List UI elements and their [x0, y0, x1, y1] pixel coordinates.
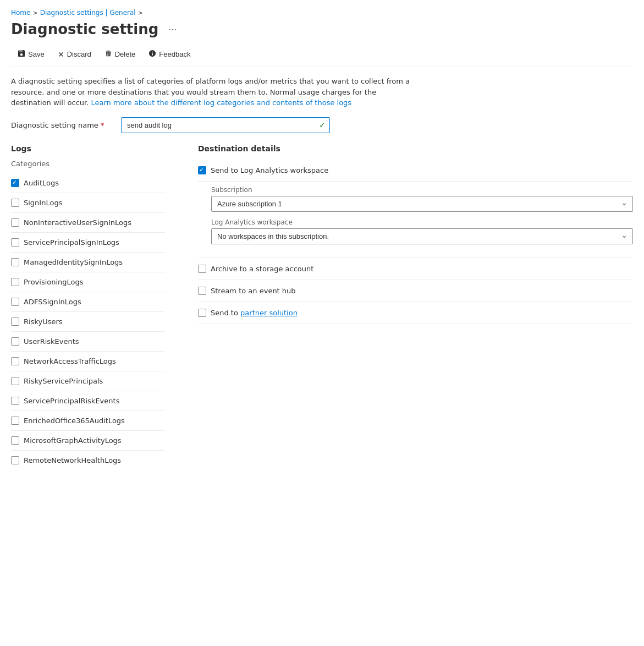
log-analytics-label[interactable]: Send to Log Analytics workspace [211, 166, 328, 174]
log-category-checkbox-remoteNetworkHealthLogs[interactable] [11, 456, 19, 464]
destination-heading: Destination details [198, 144, 633, 153]
destination-section: Destination details Send to Log Analytic… [198, 144, 633, 470]
log-category-label-auditLogs[interactable]: AuditLogs [24, 179, 59, 187]
log-analytics-fields: Subscription Azure subscription 1 Log An… [198, 182, 633, 258]
log-category-checkbox-networkAccessTrafficLogs[interactable] [11, 357, 19, 365]
categories-label: Categories [11, 160, 165, 168]
input-valid-icon: ✓ [319, 121, 326, 129]
event-hub-label[interactable]: Stream to an event hub [211, 287, 296, 295]
setting-name-row: Diagnostic setting name * ✓ [11, 117, 633, 133]
main-content: Logs Categories AuditLogsSignInLogsNonIn… [11, 144, 633, 470]
log-category-label-signInLogs[interactable]: SignInLogs [24, 199, 62, 207]
log-category-checkbox-riskyServicePrincipals[interactable] [11, 377, 19, 385]
save-icon [18, 50, 25, 59]
log-category-checkbox-auditLogs[interactable] [11, 179, 19, 187]
log-category-label-remoteNetworkHealthLogs[interactable]: RemoteNetworkHealthLogs [24, 456, 121, 464]
partner-solution-row: Send to partner solution [198, 302, 633, 324]
log-category-label-provisioningLogs[interactable]: ProvisioningLogs [24, 278, 84, 286]
discard-button[interactable]: ✕ Discard [51, 47, 98, 62]
more-options-button[interactable]: ··· [165, 23, 180, 36]
log-category-label-nonInteractiveUserSignInLogs[interactable]: NonInteractiveUserSignInLogs [24, 218, 131, 227]
log-category-label-riskyServicePrincipals[interactable]: RiskyServicePrincipals [24, 377, 103, 385]
log-category-checkbox-provisioningLogs[interactable] [11, 278, 19, 286]
log-category-checkbox-enrichedOffice365AuditLogs[interactable] [11, 417, 19, 425]
feedback-label: Feedback [159, 50, 190, 58]
setting-name-label: Diagnostic setting name * [11, 121, 110, 129]
partner-solution-label[interactable]: Send to partner solution [211, 309, 298, 317]
log-analytics-row: Send to Log Analytics workspace [198, 160, 633, 182]
event-hub-checkbox[interactable] [198, 287, 206, 295]
log-category-checkbox-userRiskEvents[interactable] [11, 337, 19, 346]
log-analytics-checkbox[interactable] [198, 166, 206, 174]
log-category-label-userRiskEvents[interactable]: UserRiskEvents [24, 337, 79, 346]
partner-solution-checkbox[interactable] [198, 309, 206, 317]
log-category-checkbox-microsoftGraphActivityLogs[interactable] [11, 436, 19, 445]
workspace-label: Log Analytics workspace [211, 218, 633, 226]
log-category-label-enrichedOffice365AuditLogs[interactable]: EnrichedOffice365AuditLogs [24, 417, 125, 425]
log-category-item: ManagedIdentitySignInLogs [11, 253, 165, 272]
categories-list: AuditLogsSignInLogsNonInteractiveUserSig… [11, 173, 165, 470]
log-category-item: AuditLogs [11, 173, 165, 193]
save-button[interactable]: Save [11, 46, 51, 62]
storage-account-label[interactable]: Archive to a storage account [211, 265, 313, 273]
logs-section: Logs Categories AuditLogsSignInLogsNonIn… [11, 144, 165, 470]
subscription-select[interactable]: Azure subscription 1 [211, 196, 633, 212]
delete-button[interactable]: Delete [98, 46, 142, 62]
log-category-item: EnrichedOffice365AuditLogs [11, 411, 165, 431]
breadcrumb-sep2: > [138, 9, 143, 17]
delete-label: Delete [115, 50, 136, 58]
log-category-item: ADFSSignInLogs [11, 292, 165, 312]
partner-solution-link[interactable]: partner solution [240, 309, 298, 317]
logs-heading: Logs [11, 144, 165, 153]
setting-name-input-wrapper: ✓ [121, 117, 330, 133]
log-category-label-riskyUsers[interactable]: RiskyUsers [24, 317, 63, 326]
log-category-checkbox-signInLogs[interactable] [11, 199, 19, 207]
log-category-checkbox-adfsSignInLogs[interactable] [11, 298, 19, 306]
storage-account-checkbox[interactable] [198, 265, 206, 273]
log-category-checkbox-managedIdentitySignInLogs[interactable] [11, 258, 19, 266]
log-category-checkbox-riskyUsers[interactable] [11, 317, 19, 326]
log-category-item: MicrosoftGraphActivityLogs [11, 431, 165, 451]
workspace-select[interactable]: No workspaces in this subscription. [211, 228, 633, 244]
log-category-item: RiskyServicePrincipals [11, 371, 165, 391]
log-category-item: RemoteNetworkHealthLogs [11, 451, 165, 470]
log-category-item: NonInteractiveUserSignInLogs [11, 213, 165, 233]
breadcrumb-home[interactable]: Home [11, 9, 30, 17]
log-category-checkbox-servicePrincipalSignInLogs[interactable] [11, 238, 19, 247]
save-label: Save [28, 50, 45, 58]
learn-more-link[interactable]: Learn more about the different log categ… [91, 98, 351, 107]
workspace-select-wrapper: No workspaces in this subscription. [211, 228, 633, 244]
log-category-label-servicePrincipalRiskEvents[interactable]: ServicePrincipalRiskEvents [24, 397, 119, 405]
log-category-checkbox-nonInteractiveUserSignInLogs[interactable] [11, 218, 19, 227]
discard-icon: ✕ [58, 50, 64, 59]
event-hub-row: Stream to an event hub [198, 280, 633, 302]
log-category-checkbox-servicePrincipalRiskEvents[interactable] [11, 397, 19, 405]
log-category-item: RiskyUsers [11, 312, 165, 332]
feedback-button[interactable]: Feedback [142, 46, 197, 62]
subscription-select-wrapper: Azure subscription 1 [211, 196, 633, 212]
storage-account-row: Archive to a storage account [198, 258, 633, 280]
toolbar: Save ✕ Discard Delete Feedback [11, 46, 633, 67]
log-category-item: UserRiskEvents [11, 332, 165, 352]
log-category-item: NetworkAccessTrafficLogs [11, 352, 165, 371]
required-marker: * [101, 121, 104, 129]
log-category-item: ServicePrincipalRiskEvents [11, 391, 165, 411]
setting-name-input[interactable] [121, 117, 330, 133]
log-category-label-servicePrincipalSignInLogs[interactable]: ServicePrincipalSignInLogs [24, 238, 119, 247]
description-text: A diagnostic setting specifies a list of… [11, 76, 412, 108]
log-category-label-managedIdentitySignInLogs[interactable]: ManagedIdentitySignInLogs [24, 258, 123, 266]
delete-icon [104, 50, 112, 59]
breadcrumb-diagnostic-settings[interactable]: Diagnostic settings | General [40, 9, 136, 17]
breadcrumb: Home > Diagnostic settings | General > [11, 9, 633, 17]
log-category-item: ProvisioningLogs [11, 272, 165, 292]
log-category-item: SignInLogs [11, 193, 165, 213]
feedback-icon [148, 50, 156, 59]
log-category-label-networkAccessTrafficLogs[interactable]: NetworkAccessTrafficLogs [24, 357, 116, 365]
page-title: Diagnostic setting [11, 21, 158, 37]
workspace-group: Log Analytics workspace No workspaces in… [211, 218, 633, 244]
log-category-label-microsoftGraphActivityLogs[interactable]: MicrosoftGraphActivityLogs [24, 436, 122, 445]
log-category-label-adfsSignInLogs[interactable]: ADFSSignInLogs [24, 298, 81, 306]
subscription-group: Subscription Azure subscription 1 [211, 186, 633, 212]
log-category-item: ServicePrincipalSignInLogs [11, 233, 165, 253]
subscription-label: Subscription [211, 186, 633, 194]
